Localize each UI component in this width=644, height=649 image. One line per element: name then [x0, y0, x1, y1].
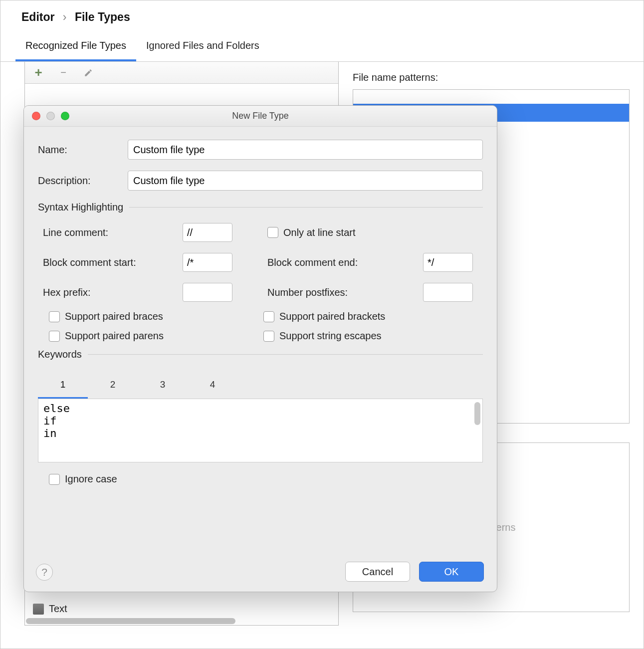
block-start-input[interactable]	[183, 253, 232, 272]
file-types-list[interactable]: Text	[29, 601, 71, 617]
ignore-case-label: Ignore case	[65, 473, 117, 485]
patterns-title: File name patterns:	[353, 70, 630, 89]
chevron-right-icon: ›	[58, 10, 72, 23]
support-escapes-checkbox[interactable]	[263, 331, 274, 342]
number-postfixes-label: Number postfixes:	[267, 287, 423, 298]
keywords-tab-1[interactable]: 1	[38, 373, 88, 399]
keywords-section-label: Keywords	[38, 349, 88, 360]
divider	[129, 207, 483, 208]
dialog-titlebar[interactable]: New File Type	[24, 106, 497, 127]
cancel-button[interactable]: Cancel	[345, 562, 410, 582]
support-parens-label: Support paired parens	[65, 330, 164, 342]
name-input[interactable]	[128, 140, 483, 160]
keywords-tab-2[interactable]: 2	[88, 373, 138, 399]
list-item[interactable]: Text	[29, 601, 71, 617]
keywords-tab-3[interactable]: 3	[138, 373, 188, 399]
keywords-tab-4[interactable]: 4	[188, 373, 237, 399]
support-braces-checkbox[interactable]	[49, 311, 60, 322]
text-file-icon	[33, 604, 44, 615]
new-file-type-dialog: New File Type Name: Description: Syntax …	[23, 105, 497, 592]
vertical-scrollbar[interactable]	[474, 402, 480, 425]
plus-icon[interactable]: +	[33, 67, 44, 78]
line-comment-input[interactable]	[183, 223, 232, 242]
dialog-title: New File Type	[24, 111, 497, 121]
only-at-line-start-checkbox[interactable]	[267, 227, 278, 238]
name-label: Name:	[38, 144, 128, 156]
support-braces-label: Support paired braces	[65, 311, 163, 322]
list-toolbar: + −	[25, 62, 338, 84]
hex-prefix-input[interactable]	[183, 283, 232, 302]
keywords-tabs: 1 2 3 4	[38, 370, 483, 399]
breadcrumb-page: File Types	[75, 10, 130, 23]
hex-prefix-label: Hex prefix:	[43, 287, 183, 298]
description-input[interactable]	[128, 171, 483, 191]
block-end-label: Block comment end:	[267, 257, 423, 268]
keywords-textarea[interactable]: else if in	[38, 399, 483, 462]
number-postfixes-input[interactable]	[423, 283, 473, 302]
breadcrumb: Editor › File Types	[0, 0, 644, 33]
support-escapes-label: Support string escapes	[279, 330, 382, 342]
list-item-label: Text	[49, 603, 67, 615]
tab-ignored[interactable]: Ignored Files and Folders	[136, 33, 269, 61]
tab-recognized[interactable]: Recognized File Types	[15, 33, 136, 61]
ignore-case-checkbox[interactable]	[49, 474, 60, 485]
breadcrumb-section[interactable]: Editor	[21, 10, 54, 23]
only-at-line-start-label: Only at line start	[283, 227, 356, 238]
divider	[88, 354, 483, 355]
support-parens-checkbox[interactable]	[49, 331, 60, 342]
ok-button[interactable]: OK	[419, 562, 484, 582]
support-brackets-checkbox[interactable]	[263, 311, 274, 322]
syntax-section-label: Syntax Highlighting	[38, 202, 129, 213]
block-end-input[interactable]	[423, 253, 473, 272]
line-comment-label: Line comment:	[43, 227, 183, 238]
horizontal-scrollbar[interactable]	[25, 617, 338, 625]
support-brackets-label: Support paired brackets	[279, 311, 385, 322]
minus-icon[interactable]: −	[58, 67, 69, 78]
pencil-icon[interactable]	[83, 67, 94, 78]
description-label: Description:	[38, 175, 128, 187]
block-start-label: Block comment start:	[43, 257, 183, 268]
settings-panel: Editor › File Types Recognized File Type…	[0, 0, 644, 649]
main-tabs: Recognized File Types Ignored Files and …	[0, 33, 644, 62]
